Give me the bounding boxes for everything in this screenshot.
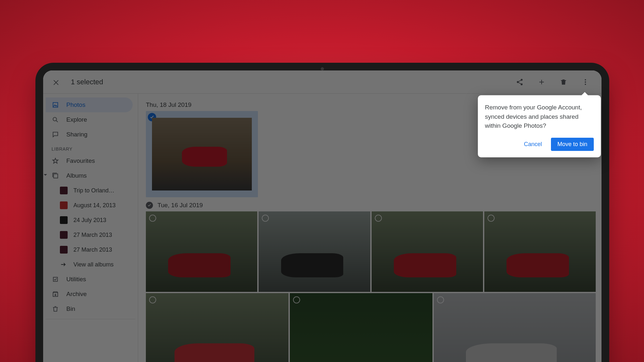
photo-tile[interactable]: [434, 293, 596, 362]
photo-tile[interactable]: [146, 293, 289, 362]
star-icon: [52, 157, 59, 165]
album-item[interactable]: 27 March 2013: [46, 242, 135, 257]
share-button[interactable]: [513, 75, 527, 89]
select-all-day-icon[interactable]: [146, 202, 153, 209]
sidebar-item-label: Albums: [66, 172, 87, 179]
plus-icon: [538, 78, 545, 86]
divider: [46, 319, 135, 319]
album-thumb: [60, 187, 68, 194]
cancel-button[interactable]: Cancel: [519, 138, 546, 151]
trash-icon: [52, 305, 59, 313]
selection-toolbar: 1 selected: [43, 70, 601, 94]
select-ring-icon[interactable]: [293, 296, 300, 303]
album-icon: [52, 172, 59, 180]
svg-point-0: [585, 79, 586, 80]
sidebar-item-label: Archive: [66, 291, 87, 298]
album-item[interactable]: Trip to Orland…: [46, 183, 135, 198]
album-item[interactable]: August 14, 2013: [46, 198, 135, 213]
photo-thumbnail: [152, 118, 252, 190]
sidebar: Photos Explore Sharing LIBRARY Favourite…: [43, 94, 138, 362]
selection-count: 1 selected: [71, 78, 103, 86]
sidebar-item-label: Favourites: [66, 157, 95, 164]
select-ring-icon[interactable]: [262, 215, 269, 222]
svg-point-3: [53, 117, 57, 121]
delete-confirm-popover: Remove from your Google Account, synced …: [478, 95, 601, 157]
svg-point-2: [585, 84, 586, 85]
sidebar-item-photos[interactable]: Photos: [46, 97, 133, 112]
move-to-bin-button[interactable]: Move to bin: [551, 138, 594, 151]
sidebar-item-label: Photos: [66, 101, 85, 108]
album-thumb: [60, 201, 68, 209]
select-ring-icon[interactable]: [375, 215, 382, 222]
sidebar-section-label: LIBRARY: [46, 142, 135, 153]
share-icon: [516, 78, 524, 86]
photo-tile[interactable]: [372, 211, 483, 292]
date-text: Thu, 18 Jul 2019: [146, 101, 192, 108]
album-label: August 14, 2013: [73, 202, 116, 209]
album-label: 27 March 2013: [73, 246, 112, 253]
sidebar-item-label: Sharing: [66, 131, 88, 138]
sidebar-item-favourites[interactable]: Favourites: [46, 153, 133, 168]
sidebar-item-label: Explore: [66, 116, 87, 123]
select-ring-icon[interactable]: [437, 296, 444, 303]
album-label: Trip to Orland…: [73, 187, 114, 194]
svg-point-1: [585, 81, 586, 83]
sidebar-item-label: Utilities: [66, 276, 86, 283]
sidebar-item-archive[interactable]: Archive: [46, 287, 133, 302]
sidebar-item-utilities[interactable]: Utilities: [46, 272, 133, 287]
photo-tile[interactable]: [290, 293, 432, 362]
view-all-label: View all albums: [73, 261, 114, 268]
album-label: 24 July 2013: [73, 217, 106, 224]
photo-tile[interactable]: [484, 211, 596, 292]
album-label: 27 March 2013: [73, 232, 112, 238]
album-thumb: [60, 246, 68, 254]
svg-rect-4: [54, 174, 58, 178]
sidebar-item-explore[interactable]: Explore: [46, 112, 133, 127]
photo-tile[interactable]: [259, 211, 370, 292]
more-vert-icon: [582, 78, 589, 86]
album-item[interactable]: 27 March 2013: [46, 227, 135, 242]
archive-icon: [52, 290, 59, 298]
trash-icon: [560, 78, 567, 86]
sidebar-item-sharing[interactable]: Sharing: [46, 127, 133, 142]
select-ring-icon[interactable]: [488, 215, 495, 222]
delete-button[interactable]: [556, 75, 571, 89]
date-text: Tue, 16 Jul 2019: [157, 202, 203, 209]
search-icon: [52, 116, 59, 124]
sidebar-item-bin[interactable]: Bin: [46, 302, 133, 316]
album-thumb: [60, 216, 68, 224]
dialog-message: Remove from your Google Account, synced …: [485, 103, 594, 131]
sidebar-item-label: Bin: [66, 305, 75, 312]
arrow-right-icon: [60, 261, 68, 268]
close-icon: [52, 78, 60, 86]
album-thumb: [60, 231, 68, 239]
utilities-icon: [52, 275, 59, 283]
photo-tile[interactable]: [146, 211, 257, 292]
select-ring-icon[interactable]: [149, 215, 156, 222]
view-all-albums[interactable]: View all albums: [46, 257, 135, 272]
photo-tile-selected[interactable]: [146, 111, 258, 197]
image-icon: [52, 101, 59, 109]
close-selection-button[interactable]: [49, 75, 63, 89]
sidebar-item-albums[interactable]: Albums: [46, 168, 133, 183]
date-header[interactable]: Tue, 16 Jul 2019: [146, 202, 596, 209]
more-button[interactable]: [578, 75, 592, 89]
select-ring-icon[interactable]: [149, 296, 156, 303]
add-to-button[interactable]: [535, 75, 549, 89]
chat-icon: [52, 131, 59, 138]
svg-rect-5: [53, 277, 58, 282]
album-item[interactable]: 24 July 2013: [46, 213, 135, 227]
